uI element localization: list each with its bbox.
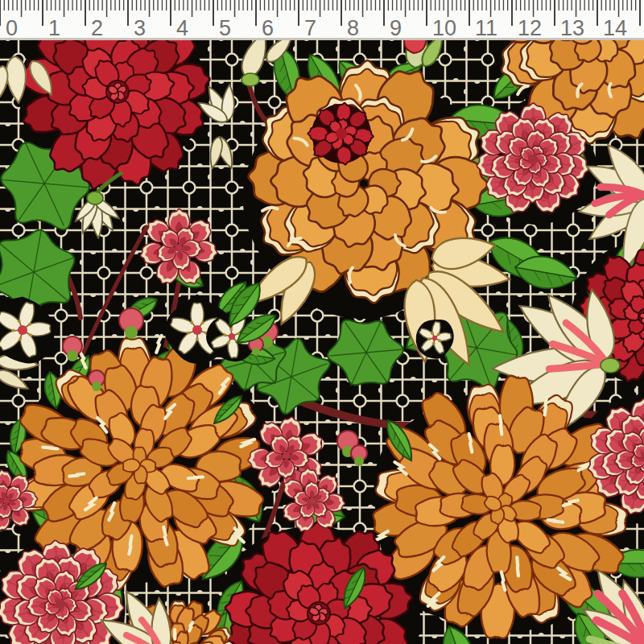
svg-text:3: 3 — [134, 16, 146, 40]
svg-text:9: 9 — [390, 16, 402, 40]
svg-text:1: 1 — [48, 16, 60, 40]
svg-text:5: 5 — [219, 16, 231, 40]
svg-text:8: 8 — [347, 16, 359, 40]
svg-text:11: 11 — [475, 16, 497, 40]
svg-text:13: 13 — [560, 16, 584, 40]
svg-text:2: 2 — [91, 16, 103, 40]
svg-text:6: 6 — [262, 16, 274, 40]
svg-text:0: 0 — [6, 16, 18, 40]
svg-text:10: 10 — [432, 16, 456, 40]
svg-text:7: 7 — [304, 16, 316, 40]
svg-text:12: 12 — [518, 16, 542, 40]
svg-text:4: 4 — [176, 16, 188, 40]
svg-text:14: 14 — [603, 16, 627, 40]
